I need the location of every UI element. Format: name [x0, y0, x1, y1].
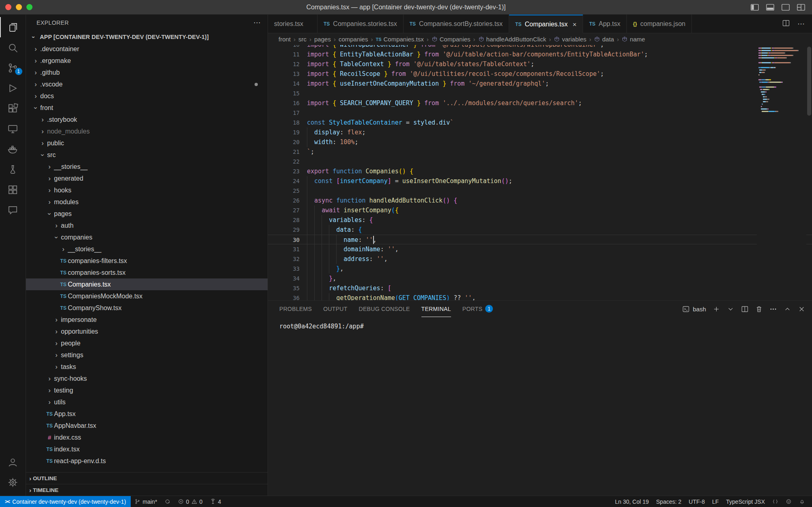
- code-line-13[interactable]: 13import { RecoilScope } from '@/ui/util…: [268, 69, 812, 79]
- beaker-icon[interactable]: [0, 159, 26, 179]
- zoom-window-button[interactable]: [26, 4, 32, 10]
- tab-app-tsx[interactable]: TSApp.tsx: [583, 15, 627, 33]
- breadcrumb-item-front[interactable]: front: [279, 36, 291, 43]
- breadcrumb-item-src[interactable]: src: [298, 36, 307, 43]
- encoding-status[interactable]: UTF-8: [685, 496, 708, 507]
- tab-companies-stories-tsx[interactable]: TSCompanies.stories.tsx: [317, 15, 404, 33]
- tree-item-companyshow-tsx[interactable]: TSCompanyShow.tsx: [26, 302, 268, 314]
- source-control-icon[interactable]: 1: [0, 58, 26, 78]
- code-line-20[interactable]: 20 width: 100%;: [268, 137, 812, 147]
- breadcrumb-item-companies-tsx[interactable]: TSCompanies.tsx: [376, 36, 423, 43]
- maximize-panel-icon[interactable]: [784, 305, 791, 313]
- remote-explorer-icon[interactable]: [0, 119, 26, 139]
- minimap[interactable]: [757, 45, 806, 300]
- code-line-32[interactable]: 32 address: '',: [268, 254, 812, 264]
- terminal-output[interactable]: root@0a42ecd84891:/app#: [268, 317, 812, 330]
- tree-item-appnavbar-tsx[interactable]: TSAppNavbar.tsx: [26, 420, 268, 431]
- cursor-position-status[interactable]: Ln 30, Col 19: [611, 496, 652, 507]
- tree-item-companiesmockmode-tsx[interactable]: TSCompaniesMockMode.tsx: [26, 290, 268, 302]
- close-panel-icon[interactable]: [798, 305, 806, 313]
- editor-more-actions-icon[interactable]: ⋯: [797, 19, 805, 28]
- tree-item-utils[interactable]: ›utils: [26, 396, 268, 408]
- forwarded-ports-status[interactable]: 4: [206, 496, 225, 507]
- breadcrumb-item-companies[interactable]: companies: [339, 36, 368, 43]
- close-tab-icon[interactable]: ×: [572, 21, 577, 28]
- outline-section-header[interactable]: ›OUTLINE: [26, 472, 268, 484]
- chat-icon[interactable]: [0, 200, 26, 220]
- code-line-25[interactable]: 25: [268, 186, 812, 196]
- tree-item-companies[interactable]: ›companies: [26, 231, 268, 243]
- tree-item--ergomake[interactable]: ›.ergomake: [26, 55, 268, 67]
- code-line-18[interactable]: 18const StyledTableContainer = styled.di…: [268, 118, 812, 127]
- tree-item-people[interactable]: ›people: [26, 337, 268, 349]
- tree-item-pages[interactable]: ›pages: [26, 208, 268, 220]
- panel-tab-problems[interactable]: PROBLEMS: [279, 301, 312, 317]
- breadcrumb-item-variables[interactable]: variables: [554, 36, 586, 43]
- tree-item-react-app-env-d-ts[interactable]: TSreact-app-env.d.ts: [26, 455, 268, 467]
- language-mode-status[interactable]: TypeScript JSX: [722, 496, 769, 507]
- tree-item-testing[interactable]: ›testing: [26, 384, 268, 396]
- explorer-more-actions-icon[interactable]: ⋯: [253, 18, 261, 27]
- code-line-22[interactable]: 22: [268, 157, 812, 166]
- docker-icon[interactable]: [0, 139, 26, 159]
- tree-item-hooks[interactable]: ›hooks: [26, 184, 268, 196]
- tree-item-public[interactable]: ›public: [26, 137, 268, 149]
- tree-item-src[interactable]: ›src: [26, 149, 268, 161]
- code-line-16[interactable]: 16import { SEARCH_COMPANY_QUERY } from '…: [268, 98, 812, 108]
- customize-layout-icon[interactable]: [797, 3, 806, 12]
- tree-item-generated[interactable]: ›generated: [26, 173, 268, 184]
- tree-item-companies-tsx[interactable]: TSCompanies.tsx: [26, 278, 268, 290]
- grid-icon[interactable]: [0, 179, 26, 200]
- tree-item--vscode[interactable]: ›.vscode: [26, 78, 268, 90]
- search-icon[interactable]: [0, 37, 26, 58]
- tree-item-docs[interactable]: ›docs: [26, 90, 268, 102]
- notifications-status[interactable]: [795, 496, 809, 507]
- tab-companies-tsx[interactable]: TSCompanies.tsx×: [509, 15, 583, 33]
- remote-indicator[interactable]: >< Container dev-twenty-dev (dev-twenty-…: [0, 496, 131, 507]
- code-line-19[interactable]: 19 display: flex;: [268, 127, 812, 137]
- tree-item--stories-[interactable]: ›__stories__: [26, 243, 268, 255]
- breadcrumb-item-pages[interactable]: pages: [314, 36, 331, 43]
- indentation-status[interactable]: Spaces: 2: [652, 496, 685, 507]
- editor-scrollbar[interactable]: [806, 45, 812, 300]
- account-icon[interactable]: [0, 452, 26, 472]
- settings-gear-icon[interactable]: [0, 472, 26, 492]
- code-line-35[interactable]: 35 refetchQueries: [: [268, 283, 812, 293]
- code-line-12[interactable]: 12import { TableContext } from '@/ui/tab…: [268, 59, 812, 69]
- panel-more-actions-icon[interactable]: [769, 305, 777, 313]
- code-line-28[interactable]: 28 variables: {: [268, 215, 812, 225]
- tree-item-modules[interactable]: ›modules: [26, 196, 268, 208]
- code-line-21[interactable]: 21`;: [268, 147, 812, 157]
- toggle-primary-sidebar-icon[interactable]: [750, 3, 759, 12]
- kill-terminal-icon[interactable]: [755, 305, 763, 313]
- feedback-status[interactable]: [782, 496, 795, 507]
- code-line-23[interactable]: 23export function Companies() {: [268, 166, 812, 176]
- breadcrumb-item-handleaddbuttonclick[interactable]: handleAddButtonClick: [478, 36, 546, 43]
- new-terminal-icon[interactable]: [713, 305, 720, 313]
- code-line-24[interactable]: 24 const [insertCompany] = useInsertOneC…: [268, 176, 812, 186]
- tree-item-app-tsx[interactable]: TSApp.tsx: [26, 408, 268, 420]
- tree-item-opportunities[interactable]: ›opportunities: [26, 326, 268, 337]
- problems-status[interactable]: 0 0: [174, 496, 206, 507]
- code-line-11[interactable]: 11import { EntityTableActionBar } from '…: [268, 50, 812, 59]
- panel-tab-output[interactable]: OUTPUT: [323, 301, 347, 317]
- panel-tab-debug-console[interactable]: DEBUG CONSOLE: [359, 301, 410, 317]
- tree-item--github[interactable]: ›.github: [26, 67, 268, 78]
- code-line-29[interactable]: 29 data: {: [268, 225, 812, 235]
- code-line-33[interactable]: 33 },: [268, 264, 812, 274]
- tree-item-companies-sorts-tsx[interactable]: TScompanies-sorts.tsx: [26, 267, 268, 278]
- breadcrumb-item-data[interactable]: data: [594, 36, 614, 43]
- code-line-31[interactable]: 31 domainName: '',: [268, 244, 812, 254]
- tree-item-sync-hooks[interactable]: ›sync-hooks: [26, 373, 268, 384]
- toggle-panel-icon[interactable]: [766, 3, 775, 12]
- code-line-15[interactable]: 15: [268, 88, 812, 98]
- workspace-section-header[interactable]: › APP [CONTAINER DEV-TWENTY-DEV (DEV-TWE…: [26, 31, 268, 43]
- language-status[interactable]: [769, 496, 782, 507]
- code-line-36[interactable]: 36 getOperationName(GET_COMPANIES) ?? ''…: [268, 293, 812, 300]
- tab-companies-sortby-stories-tsx[interactable]: TSCompanies.sortBy.stories.tsx: [404, 15, 509, 33]
- tree-item-companies-filters-tsx[interactable]: TScompanies-filters.tsx: [26, 255, 268, 267]
- tree-item-auth[interactable]: ›auth: [26, 220, 268, 231]
- close-window-button[interactable]: [5, 4, 11, 10]
- tree-item--storybook[interactable]: ›.storybook: [26, 114, 268, 125]
- code-line-17[interactable]: 17: [268, 108, 812, 118]
